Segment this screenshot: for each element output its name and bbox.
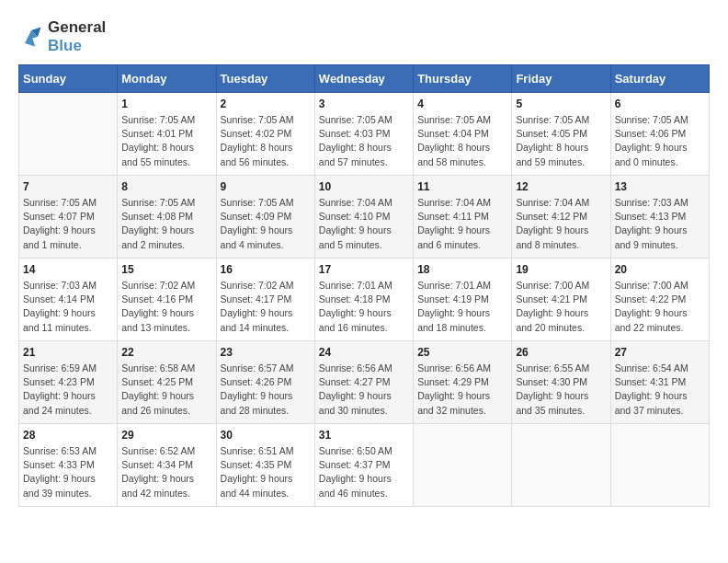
day-number: 11	[417, 180, 507, 193]
day-number: 1	[121, 98, 211, 110]
calendar-cell: 22Sunrise: 6:58 AM Sunset: 4:25 PM Dayli…	[118, 341, 216, 424]
weekday-label: Tuesday	[216, 65, 314, 93]
calendar-cell: 30Sunrise: 6:51 AM Sunset: 4:35 PM Dayli…	[216, 424, 314, 507]
calendar-week-row: 28Sunrise: 6:53 AM Sunset: 4:33 PM Dayli…	[19, 424, 710, 507]
calendar-cell: 6Sunrise: 7:05 AM Sunset: 4:06 PM Daylig…	[610, 93, 709, 176]
page-header: General Blue	[18, 18, 710, 55]
calendar-cell: 5Sunrise: 7:05 AM Sunset: 4:05 PM Daylig…	[512, 93, 610, 176]
day-info: Sunrise: 6:56 AM Sunset: 4:27 PM Dayligh…	[319, 362, 409, 418]
day-info: Sunrise: 6:59 AM Sunset: 4:23 PM Dayligh…	[23, 362, 113, 418]
calendar-week-row: 7Sunrise: 7:05 AM Sunset: 4:07 PM Daylig…	[19, 176, 710, 259]
day-info: Sunrise: 7:05 AM Sunset: 4:06 PM Dayligh…	[615, 113, 705, 169]
day-number: 23	[221, 346, 311, 359]
day-number: 19	[516, 263, 606, 276]
calendar-cell: 28Sunrise: 6:53 AM Sunset: 4:33 PM Dayli…	[19, 424, 118, 507]
day-info: Sunrise: 7:04 AM Sunset: 4:11 PM Dayligh…	[417, 196, 507, 252]
weekday-label: Sunday	[19, 65, 118, 93]
weekday-label: Thursday	[414, 65, 512, 93]
weekday-label: Monday	[118, 65, 216, 93]
calendar-cell: 24Sunrise: 6:56 AM Sunset: 4:27 PM Dayli…	[314, 341, 413, 424]
calendar-cell: 9Sunrise: 7:05 AM Sunset: 4:09 PM Daylig…	[216, 176, 314, 259]
day-info: Sunrise: 7:05 AM Sunset: 4:01 PM Dayligh…	[121, 113, 211, 169]
day-info: Sunrise: 7:02 AM Sunset: 4:17 PM Dayligh…	[221, 279, 311, 335]
calendar-cell: 3Sunrise: 7:05 AM Sunset: 4:03 PM Daylig…	[314, 93, 413, 176]
calendar-cell: 27Sunrise: 6:54 AM Sunset: 4:31 PM Dayli…	[610, 341, 709, 424]
calendar-cell: 10Sunrise: 7:04 AM Sunset: 4:10 PM Dayli…	[314, 176, 413, 259]
calendar-cell	[610, 424, 709, 507]
calendar-table: SundayMondayTuesdayWednesdayThursdayFrid…	[18, 64, 710, 507]
logo-icon	[18, 24, 44, 50]
calendar-cell: 12Sunrise: 7:04 AM Sunset: 4:12 PM Dayli…	[512, 176, 610, 259]
day-number: 15	[121, 263, 211, 276]
calendar-cell	[19, 93, 118, 176]
calendar-cell: 14Sunrise: 7:03 AM Sunset: 4:14 PM Dayli…	[19, 259, 118, 341]
day-info: Sunrise: 6:51 AM Sunset: 4:35 PM Dayligh…	[221, 444, 311, 500]
day-number: 10	[319, 180, 409, 193]
calendar-cell: 4Sunrise: 7:05 AM Sunset: 4:04 PM Daylig…	[414, 93, 512, 176]
day-number: 18	[417, 263, 507, 276]
day-number: 27	[615, 346, 705, 359]
calendar-cell: 26Sunrise: 6:55 AM Sunset: 4:30 PM Dayli…	[512, 341, 610, 424]
day-info: Sunrise: 7:05 AM Sunset: 4:04 PM Dayligh…	[417, 113, 507, 169]
day-number: 3	[319, 98, 409, 110]
day-info: Sunrise: 7:05 AM Sunset: 4:05 PM Dayligh…	[516, 113, 606, 169]
calendar-cell: 13Sunrise: 7:03 AM Sunset: 4:13 PM Dayli…	[610, 176, 709, 259]
day-info: Sunrise: 7:05 AM Sunset: 4:07 PM Dayligh…	[23, 196, 113, 252]
day-info: Sunrise: 7:01 AM Sunset: 4:19 PM Dayligh…	[417, 279, 507, 335]
day-number: 25	[417, 346, 507, 359]
day-info: Sunrise: 6:52 AM Sunset: 4:34 PM Dayligh…	[121, 444, 211, 500]
day-number: 20	[615, 263, 705, 276]
calendar-cell: 8Sunrise: 7:05 AM Sunset: 4:08 PM Daylig…	[118, 176, 216, 259]
day-number: 17	[319, 263, 409, 276]
day-number: 6	[615, 98, 705, 110]
calendar-cell: 21Sunrise: 6:59 AM Sunset: 4:23 PM Dayli…	[19, 341, 118, 424]
calendar-cell: 16Sunrise: 7:02 AM Sunset: 4:17 PM Dayli…	[216, 259, 314, 341]
calendar-week-row: 1Sunrise: 7:05 AM Sunset: 4:01 PM Daylig…	[19, 93, 710, 176]
day-number: 14	[23, 263, 113, 276]
day-number: 16	[221, 263, 311, 276]
day-info: Sunrise: 7:03 AM Sunset: 4:14 PM Dayligh…	[23, 279, 113, 335]
day-number: 4	[417, 98, 507, 110]
calendar-body: 1Sunrise: 7:05 AM Sunset: 4:01 PM Daylig…	[19, 93, 710, 507]
weekday-label: Wednesday	[314, 65, 413, 93]
day-info: Sunrise: 7:01 AM Sunset: 4:18 PM Dayligh…	[319, 279, 409, 335]
day-number: 5	[516, 98, 606, 110]
day-number: 2	[221, 98, 311, 110]
day-number: 28	[23, 429, 113, 442]
day-number: 13	[615, 180, 705, 193]
calendar-cell: 29Sunrise: 6:52 AM Sunset: 4:34 PM Dayli…	[118, 424, 216, 507]
calendar-cell: 11Sunrise: 7:04 AM Sunset: 4:11 PM Dayli…	[414, 176, 512, 259]
logo-text: General Blue	[48, 18, 106, 55]
day-info: Sunrise: 6:55 AM Sunset: 4:30 PM Dayligh…	[516, 362, 606, 418]
calendar-week-row: 14Sunrise: 7:03 AM Sunset: 4:14 PM Dayli…	[19, 259, 710, 341]
weekday-label: Friday	[512, 65, 610, 93]
day-number: 9	[221, 180, 311, 193]
calendar-cell: 18Sunrise: 7:01 AM Sunset: 4:19 PM Dayli…	[414, 259, 512, 341]
calendar-cell: 20Sunrise: 7:00 AM Sunset: 4:22 PM Dayli…	[610, 259, 709, 341]
day-info: Sunrise: 6:53 AM Sunset: 4:33 PM Dayligh…	[23, 444, 113, 500]
calendar-cell: 23Sunrise: 6:57 AM Sunset: 4:26 PM Dayli…	[216, 341, 314, 424]
calendar-cell: 19Sunrise: 7:00 AM Sunset: 4:21 PM Dayli…	[512, 259, 610, 341]
day-number: 26	[516, 346, 606, 359]
day-number: 12	[516, 180, 606, 193]
calendar-cell	[414, 424, 512, 507]
day-number: 30	[221, 429, 311, 442]
day-info: Sunrise: 7:04 AM Sunset: 4:10 PM Dayligh…	[319, 196, 409, 252]
day-number: 21	[23, 346, 113, 359]
day-info: Sunrise: 7:05 AM Sunset: 4:03 PM Dayligh…	[319, 113, 409, 169]
day-info: Sunrise: 7:00 AM Sunset: 4:22 PM Dayligh…	[615, 279, 705, 335]
calendar-cell: 15Sunrise: 7:02 AM Sunset: 4:16 PM Dayli…	[118, 259, 216, 341]
logo: General Blue	[18, 18, 106, 55]
day-info: Sunrise: 7:03 AM Sunset: 4:13 PM Dayligh…	[615, 196, 705, 252]
calendar-cell: 1Sunrise: 7:05 AM Sunset: 4:01 PM Daylig…	[118, 93, 216, 176]
calendar-week-row: 21Sunrise: 6:59 AM Sunset: 4:23 PM Dayli…	[19, 341, 710, 424]
calendar-cell: 25Sunrise: 6:56 AM Sunset: 4:29 PM Dayli…	[414, 341, 512, 424]
weekday-label: Saturday	[610, 65, 709, 93]
day-number: 24	[319, 346, 409, 359]
calendar-cell: 2Sunrise: 7:05 AM Sunset: 4:02 PM Daylig…	[216, 93, 314, 176]
day-number: 8	[121, 180, 211, 193]
day-info: Sunrise: 6:50 AM Sunset: 4:37 PM Dayligh…	[319, 444, 409, 500]
day-info: Sunrise: 7:05 AM Sunset: 4:09 PM Dayligh…	[221, 196, 311, 252]
day-info: Sunrise: 7:04 AM Sunset: 4:12 PM Dayligh…	[516, 196, 606, 252]
day-info: Sunrise: 7:02 AM Sunset: 4:16 PM Dayligh…	[121, 279, 211, 335]
